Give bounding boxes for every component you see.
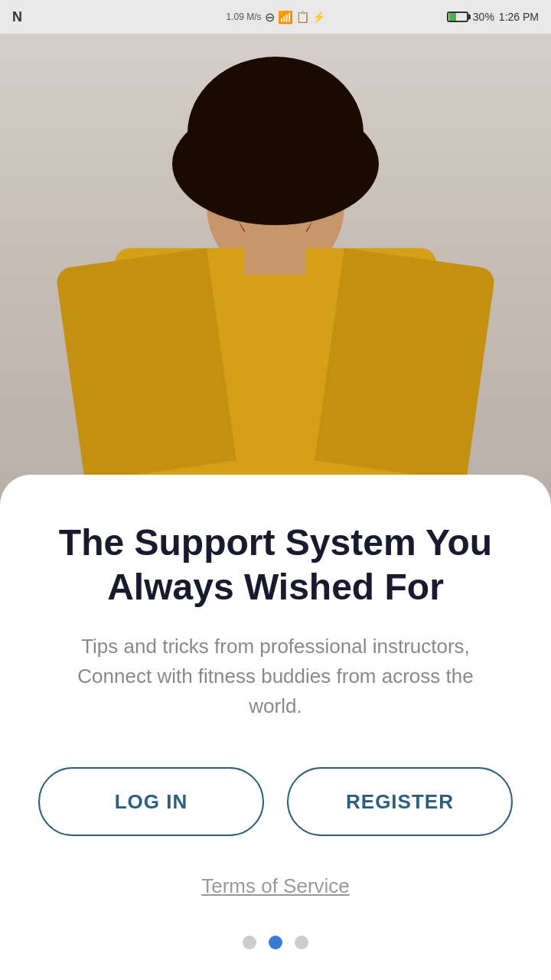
- dot-2-active[interactable]: [269, 936, 282, 949]
- hero-image: [0, 34, 551, 508]
- sim-icon: 📋: [296, 11, 309, 23]
- subtext: Tips and tricks from professional instru…: [38, 632, 513, 721]
- body-sweater: [115, 248, 436, 508]
- buttons-row: LOG IN REGISTER: [38, 767, 513, 836]
- speed-label: 1.09 M/s: [226, 11, 261, 22]
- battery-percent: 30%: [473, 11, 494, 23]
- carrier-label: N: [12, 9, 22, 25]
- status-center: 1.09 M/s ⊖ 📶 📋 ⚡: [226, 10, 324, 24]
- terms-of-service-link[interactable]: Terms of Service: [201, 874, 350, 898]
- headline: The Support System You Always Wished For: [38, 521, 513, 609]
- battery-icon: [447, 11, 468, 22]
- time-label: 1:26 PM: [499, 11, 539, 23]
- login-button[interactable]: LOG IN: [38, 767, 264, 836]
- bottom-card: The Support System You Always Wished For…: [0, 475, 551, 980]
- neck: [245, 229, 306, 275]
- dot-1[interactable]: [243, 936, 256, 949]
- hair: [187, 57, 364, 210]
- register-button[interactable]: REGISTER: [287, 767, 513, 836]
- charging-icon: ⚡: [312, 11, 325, 23]
- status-bar: N 1.09 M/s ⊖ 📶 📋 ⚡ 30% 1:26 PM: [0, 0, 551, 34]
- status-right: 30% 1:26 PM: [447, 11, 539, 23]
- wifi-icon: 📶: [278, 10, 293, 24]
- do-not-disturb-icon: ⊖: [265, 10, 275, 24]
- dot-3[interactable]: [295, 936, 308, 949]
- pagination-dots: [243, 936, 308, 949]
- person-figure: [77, 49, 474, 508]
